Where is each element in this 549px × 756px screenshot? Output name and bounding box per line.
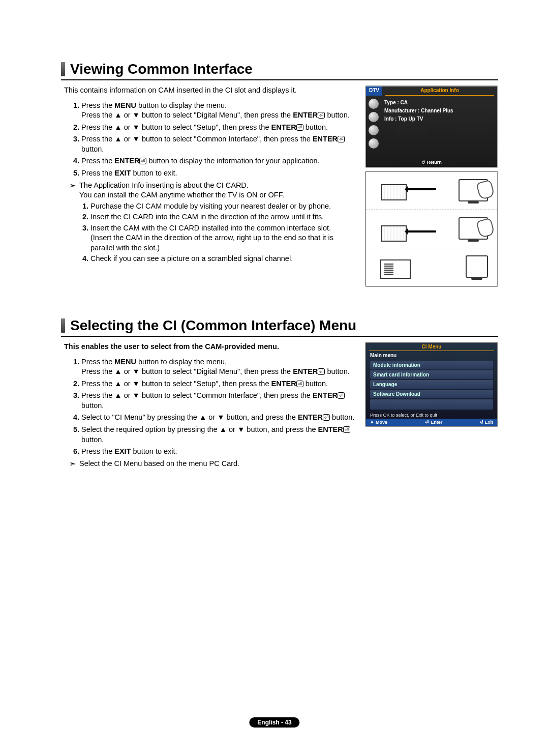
- section1-figures: DTV Application Info Type : CA Manufactu…: [365, 85, 498, 287]
- page-number: English - 43: [249, 717, 299, 728]
- globe-icon: [369, 99, 379, 109]
- cimenu-move-label: Move: [370, 420, 387, 425]
- section1-steps: Press the MENU button to display the men…: [61, 101, 355, 179]
- section1-row: This contains information on CAM inserte…: [61, 85, 498, 287]
- enter-icon: ⏎: [323, 414, 330, 421]
- cimenu-footer: Move Enter Exit: [366, 419, 497, 426]
- section1-note: ➣ The Application Info inserting is abou…: [69, 181, 355, 200]
- section2-row: This enables the user to select from the…: [61, 342, 498, 469]
- cimenu-item: Module information: [370, 361, 493, 369]
- cimenu-item: Software Download: [370, 390, 493, 398]
- cimenu-item-blank: [370, 399, 493, 410]
- step-4: Press the ENTER⏎ button to display the i…: [81, 156, 355, 166]
- cimenu-item: Language: [370, 380, 493, 389]
- dtv-return-label: Return: [421, 160, 442, 165]
- dtv-side-icons: [366, 96, 381, 157]
- step-3: Press the ▲ or ▼ button to select "Commo…: [81, 391, 355, 411]
- section-title-selecting-ci-menu: Selecting the CI (Common Interface) Menu: [61, 317, 498, 337]
- cam-module-icon: [380, 259, 411, 279]
- cimenu-exit-label: Exit: [480, 420, 493, 425]
- section1-substeps: Purchase the CI CAM module by visiting y…: [61, 201, 355, 264]
- note-arrow-icon: ➣: [69, 459, 79, 469]
- cimenu-prompt: Press OK to select, or Exit to quit: [366, 411, 497, 419]
- enter-icon: ⏎: [338, 392, 345, 399]
- gear-icon: [369, 125, 379, 135]
- enter-icon: ⏎: [296, 124, 303, 131]
- ci-card-diagrams: [365, 171, 498, 287]
- dtv-line-type: Type : CA: [384, 99, 453, 107]
- diagram-insert-card: [366, 172, 497, 210]
- cimenu-title: CI Menu: [369, 343, 494, 351]
- enter-icon: ⏎: [338, 136, 345, 142]
- step-5: Press the EXIT button to exit.: [81, 168, 355, 179]
- dtv-tag: DTV: [366, 86, 382, 96]
- cimenu-item: Smart card information: [370, 370, 493, 379]
- note-arrow-icon: ➣: [69, 181, 79, 200]
- diagram-insert-cam: [366, 210, 497, 248]
- enter-icon: ⏎: [296, 381, 303, 387]
- arrow-left-icon: [406, 188, 436, 190]
- step-1: Press the MENU button to display the men…: [81, 357, 355, 377]
- dtv-line-info: Info : Top Up TV: [384, 115, 453, 123]
- enter-icon: ⏎: [139, 158, 146, 164]
- enter-icon: ⏎: [318, 368, 325, 375]
- section2-note: ➣ Select the CI Menu based on the menu P…: [69, 459, 355, 469]
- step-2: Press the ▲ or ▼ button to select "Setup…: [81, 123, 355, 133]
- step-2: Press the ▲ or ▼ button to select "Setup…: [81, 379, 355, 389]
- dtv-app-title: Application Info: [385, 86, 494, 96]
- tv-rear-icon: [466, 255, 488, 278]
- dtv-application-info-screenshot: DTV Application Info Type : CA Manufactu…: [365, 85, 498, 168]
- dtv-line-manufacturer: Manufacturer : Channel Plus: [384, 107, 453, 115]
- substep-2: Insert the CI CARD into the CAM in the d…: [90, 212, 355, 222]
- ci-menu-screenshot: CI Menu Main menu Module information Sma…: [365, 342, 498, 427]
- arrow-left-icon: [406, 230, 436, 232]
- section1-intro: This contains information on CAM inserte…: [64, 85, 355, 96]
- cimenu-enter-label: Enter: [425, 420, 442, 425]
- section1-text: This contains information on CAM inserte…: [61, 85, 355, 287]
- cimenu-main-label: Main menu: [366, 351, 497, 360]
- misc-icon: [369, 138, 379, 149]
- substep-3: Insert the CAM with the CI CARD installe…: [90, 223, 355, 253]
- section2-intro: This enables the user to select from the…: [64, 342, 355, 352]
- substep-4: Check if you can see a picture on a scra…: [90, 254, 355, 264]
- section2-text: This enables the user to select from the…: [61, 342, 355, 469]
- step-5: Select the required option by pressing t…: [81, 425, 355, 445]
- step-1: Press the MENU button to display the men…: [81, 101, 355, 121]
- section2-figure: CI Menu Main menu Module information Sma…: [365, 342, 498, 469]
- step-4: Select to "CI Menu" by pressing the ▲ or…: [81, 413, 355, 423]
- step-3: Press the ▲ or ▼ button to select "Commo…: [81, 134, 355, 154]
- enter-icon: ⏎: [343, 426, 350, 433]
- enter-icon: ⏎: [318, 112, 325, 119]
- section-title-viewing-ci: Viewing Common Interface: [61, 61, 498, 80]
- manual-page: Viewing Common Interface This contains i…: [0, 0, 549, 756]
- section2-steps: Press the MENU button to display the men…: [61, 357, 355, 457]
- substep-1: Purchase the CI CAM module by visiting y…: [90, 201, 355, 212]
- droplet-icon: [369, 112, 379, 122]
- step-6: Press the EXIT button to exit.: [81, 447, 355, 457]
- diagram-module-slot: [366, 248, 497, 286]
